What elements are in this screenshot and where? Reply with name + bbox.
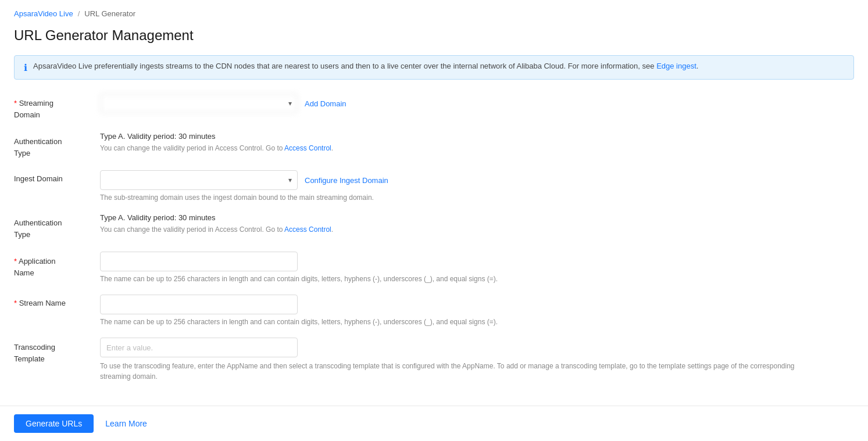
breadcrumb-parent[interactable]: ApsaraVideo Live bbox=[14, 9, 73, 18]
form-container: * StreamingDomain ▾ Add Domain Authentic… bbox=[0, 94, 868, 382]
stream-name-input[interactable] bbox=[100, 295, 298, 314]
auth-type-2-hint: You can change the validity period in Ac… bbox=[100, 225, 854, 234]
auth-type-1-value: Type A. Validity period: 30 minutes bbox=[100, 132, 854, 141]
streaming-domain-select-wrapper: ▾ bbox=[100, 94, 298, 113]
access-control-link-1[interactable]: Access Control bbox=[284, 144, 331, 152]
breadcrumb: ApsaraVideo Live / URL Generator bbox=[0, 0, 868, 23]
ingest-domain-inline: ▾ Configure Ingest Domain bbox=[100, 170, 854, 190]
page-title: URL Generator Management bbox=[0, 23, 868, 55]
stream-name-row: * Stream Name The name can be up to 256 … bbox=[14, 295, 854, 326]
auth-type-1-row: AuthenticationType Type A. Validity peri… bbox=[14, 132, 854, 159]
stream-name-content: The name can be up to 256 characters in … bbox=[100, 295, 854, 326]
application-name-label: * ApplicationName bbox=[14, 252, 95, 278]
breadcrumb-separator: / bbox=[78, 9, 80, 18]
ingest-domain-content: ▾ Configure Ingest Domain The sub-stream… bbox=[100, 170, 854, 202]
auth-type-2-value: Type A. Validity period: 30 minutes bbox=[100, 213, 854, 222]
application-name-row: * ApplicationName The name can be up to … bbox=[14, 252, 854, 283]
streaming-domain-select[interactable] bbox=[100, 94, 298, 113]
info-icon: ℹ bbox=[24, 62, 27, 73]
auth-type-1-label: AuthenticationType bbox=[14, 132, 95, 159]
auth-type-2-label: AuthenticationType bbox=[14, 213, 95, 240]
generate-urls-button[interactable]: Generate URLs bbox=[14, 414, 94, 433]
add-domain-link[interactable]: Add Domain bbox=[305, 99, 347, 108]
auth-type-2-content: Type A. Validity period: 30 minutes You … bbox=[100, 213, 854, 234]
info-banner: ℹ ApsaraVideo Live preferentially ingest… bbox=[14, 55, 854, 80]
ingest-domain-select[interactable] bbox=[100, 170, 298, 190]
auth-type-1-hint: You can change the validity period in Ac… bbox=[100, 144, 854, 152]
access-control-link-2[interactable]: Access Control bbox=[284, 225, 331, 234]
transcoding-template-input[interactable] bbox=[100, 338, 298, 357]
transcoding-template-label: TranscodingTemplate bbox=[14, 338, 95, 364]
edge-ingest-link[interactable]: Edge ingest bbox=[656, 62, 696, 70]
learn-more-button[interactable]: Learn More bbox=[105, 419, 147, 428]
ingest-domain-select-wrapper: ▾ bbox=[100, 170, 298, 190]
transcoding-template-row: TranscodingTemplate To use the transcodi… bbox=[14, 338, 854, 382]
application-name-input[interactable] bbox=[100, 252, 298, 271]
ingest-domain-row: Ingest Domain ▾ Configure Ingest Domain … bbox=[14, 170, 854, 202]
breadcrumb-current: URL Generator bbox=[84, 9, 135, 18]
streaming-domain-content: ▾ Add Domain bbox=[100, 94, 854, 113]
streaming-domain-inline: ▾ Add Domain bbox=[100, 94, 854, 113]
footer-bar: Generate URLs Learn More bbox=[0, 406, 868, 440]
stream-name-label: * Stream Name bbox=[14, 295, 95, 307]
stream-name-hint: The name can be up to 256 characters in … bbox=[100, 318, 854, 326]
transcoding-template-hint: To use the transcoding feature, enter th… bbox=[100, 361, 798, 382]
auth-type-2-row: AuthenticationType Type A. Validity peri… bbox=[14, 213, 854, 240]
configure-ingest-domain-link[interactable]: Configure Ingest Domain bbox=[305, 176, 388, 185]
transcoding-template-content: To use the transcoding feature, enter th… bbox=[100, 338, 854, 382]
application-name-content: The name can be up to 256 characters in … bbox=[100, 252, 854, 283]
application-name-hint: The name can be up to 256 characters in … bbox=[100, 275, 854, 283]
auth-type-1-content: Type A. Validity period: 30 minutes You … bbox=[100, 132, 854, 152]
streaming-domain-label: * StreamingDomain bbox=[14, 94, 95, 120]
ingest-domain-hint: The sub-streaming domain uses the ingest… bbox=[100, 193, 854, 202]
ingest-domain-label: Ingest Domain bbox=[14, 170, 95, 183]
banner-text: ApsaraVideo Live preferentially ingests … bbox=[33, 62, 698, 70]
streaming-domain-row: * StreamingDomain ▾ Add Domain bbox=[14, 94, 854, 120]
